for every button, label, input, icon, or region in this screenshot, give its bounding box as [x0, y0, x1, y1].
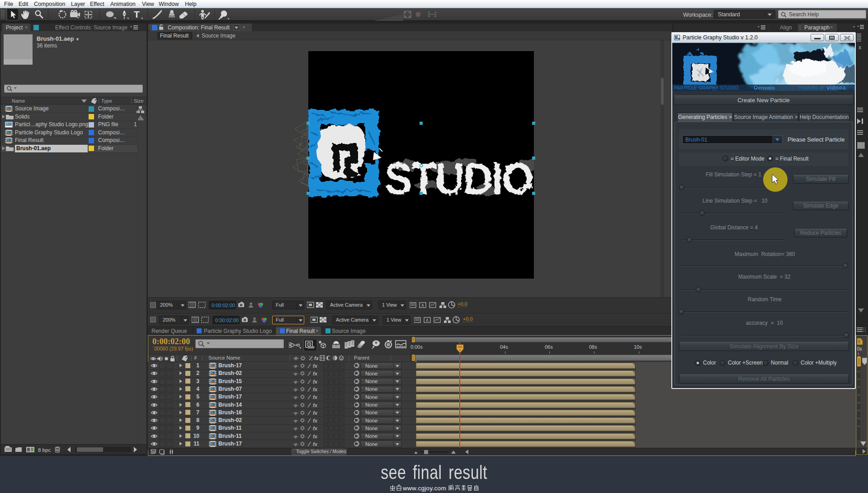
svg-text:-φ-: -φ- [293, 356, 299, 360]
svg-text:STUDIO: STUDIO [385, 154, 533, 204]
svg-text:fx: fx [314, 356, 319, 361]
svg-text:envato: envato [758, 85, 775, 90]
svg-text:PARTICLE GRAPHY STUDIO.: PARTICLE GRAPHY STUDIO. [674, 85, 740, 90]
svg-text:POWERED BY: POWERED BY [799, 85, 825, 90]
svg-text:vidnoa: vidnoa [827, 85, 846, 91]
svg-text:T: T [134, 9, 140, 19]
svg-text:8 bpc: 8 bpc [38, 447, 51, 453]
svg-text:www.cgjoy.com: www.cgjoy.com [402, 485, 446, 492]
